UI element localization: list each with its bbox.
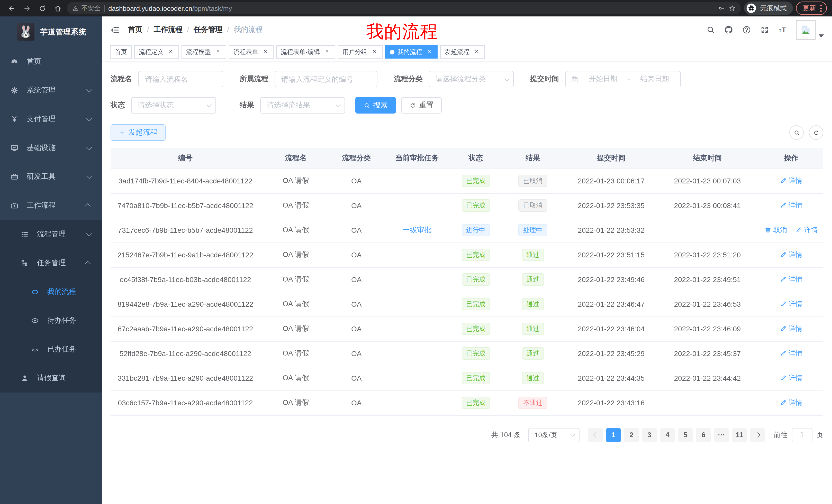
reset-button[interactable]: 重置 (401, 97, 442, 114)
robot-icon (31, 288, 39, 296)
sidebar: 🐰 芋道管理系统 首页 系统管理 支付管理 (0, 17, 102, 504)
tab-close-icon[interactable] (214, 48, 222, 55)
header-search-icon[interactable] (706, 25, 715, 34)
submit-time: 2022-01-22 23:49:46 (567, 267, 656, 292)
fullscreen-icon[interactable] (760, 25, 769, 34)
logo-row[interactable]: 🐰 芋道管理系统 (0, 17, 102, 47)
edit-icon (780, 276, 786, 283)
detail-action[interactable]: 详情 (780, 300, 802, 309)
sidebar-item[interactable]: 系统管理 (0, 76, 102, 105)
start-date-placeholder[interactable]: 开始日期 (582, 75, 623, 84)
sidebar-item[interactable]: 流程管理 (0, 220, 102, 249)
current-task-link[interactable]: 一级审批 (402, 226, 432, 234)
page-button[interactable]: 2 (624, 428, 639, 442)
sidebar-item[interactable]: 工作流程 (0, 191, 102, 220)
sidebar-item[interactable]: 基础设施 (0, 134, 102, 162)
status-label: 状态 (110, 101, 125, 110)
detail-action[interactable]: 详情 (795, 226, 818, 235)
route-tab[interactable]: 我的流程 (385, 45, 438, 59)
page-button[interactable]: 3 (642, 428, 657, 442)
page-button[interactable]: 4 (660, 428, 675, 442)
page-button[interactable]: 1 (606, 428, 621, 442)
bookmark-star-icon[interactable] (729, 5, 736, 12)
monitor-icon (10, 144, 19, 152)
search-button[interactable]: 搜索 (355, 97, 396, 114)
result-tag: 通过 (522, 249, 544, 261)
route-tab[interactable]: 首页 (110, 45, 132, 59)
goto-page-input[interactable] (791, 428, 812, 442)
page-button[interactable]: 5 (678, 428, 693, 442)
user-avatar-dropdown[interactable] (796, 20, 824, 39)
tab-close-icon[interactable] (426, 48, 433, 55)
security-status[interactable]: 不安全 (72, 4, 101, 12)
sidebar-item[interactable]: 待办任务 (0, 306, 102, 335)
page-button[interactable]: 6 (696, 428, 711, 442)
tab-close-icon[interactable] (323, 48, 331, 55)
detail-action[interactable]: 详情 (780, 373, 802, 383)
detail-action[interactable]: 详情 (780, 201, 802, 210)
show-search-toggle-button[interactable] (789, 125, 804, 140)
browser-forward-icon[interactable] (21, 2, 33, 15)
tab-close-icon[interactable] (473, 48, 480, 55)
tab-close-icon[interactable] (262, 48, 269, 55)
process-definition-input[interactable] (275, 71, 378, 87)
screenshot-root: 不安全 dashboard.yudao.iocoder.cn/bpm/task/… (0, 0, 832, 504)
url-text[interactable]: dashboard.yudao.iocoder.cn/bpm/task/my (108, 4, 714, 12)
status-select[interactable]: 请选择状态 (131, 97, 216, 114)
create-process-button[interactable]: 发起流程 (110, 124, 165, 141)
breadcrumb-item[interactable]: 工作流程 (154, 25, 194, 34)
route-tab[interactable]: 发起流程 (440, 45, 485, 59)
breadcrumb-item[interactable]: 首页 (128, 25, 154, 34)
tab-close-icon[interactable] (167, 48, 174, 55)
avatar[interactable] (796, 20, 815, 39)
font-size-icon[interactable] (778, 25, 787, 34)
sidebar-item[interactable]: 任务管理 (0, 249, 102, 277)
detail-action[interactable]: 详情 (780, 349, 802, 358)
detail-action[interactable]: 详情 (780, 275, 802, 284)
submit-time-range-picker[interactable]: 开始日期 - 结束日期 (565, 71, 681, 87)
sidebar-item[interactable]: 支付管理 (0, 105, 102, 134)
sidebar-item[interactable]: 我的流程 (0, 277, 102, 306)
page-button[interactable]: ··· (714, 428, 729, 442)
sidebar-item[interactable]: 请假查询 (0, 364, 102, 393)
detail-action[interactable]: 详情 (780, 250, 802, 259)
browser-back-icon[interactable] (5, 2, 18, 15)
end-date-placeholder[interactable]: 结束日期 (634, 75, 675, 84)
sidebar-item[interactable]: 首页 (0, 47, 102, 76)
refresh-table-button[interactable] (809, 125, 823, 140)
route-tab[interactable]: 流程定义 (134, 45, 179, 59)
route-tab[interactable]: 用户分组 (338, 45, 383, 59)
sidebar-collapse-icon[interactable] (110, 25, 120, 35)
next-page-button[interactable] (750, 428, 765, 442)
browser-reload-icon[interactable] (36, 2, 48, 15)
prev-page-button[interactable] (588, 428, 603, 442)
table-row: 67c2eaab-7b9a-11ec-a290-acde48001122 OA … (110, 316, 823, 341)
route-tab[interactable]: 流程表单-编辑 (276, 45, 335, 59)
sidebar-item[interactable]: 研发工具 (0, 162, 102, 191)
process-category: OA (331, 316, 381, 341)
detail-action[interactable]: 详情 (780, 176, 802, 186)
page-size-select[interactable]: 10条/页 (528, 428, 579, 442)
detail-action[interactable]: 详情 (780, 324, 802, 333)
cancel-action[interactable]: 取消 (764, 226, 787, 235)
github-icon[interactable] (724, 25, 733, 34)
address-bar[interactable]: 不安全 dashboard.yudao.iocoder.cn/bpm/task/… (67, 2, 741, 15)
result-select[interactable]: 请选择流结果 (260, 97, 345, 114)
password-key-icon[interactable] (718, 5, 725, 12)
browser-home-icon[interactable] (51, 2, 64, 15)
process-id: 2152467e-7b9b-11ec-9a1b-acde48001122 (110, 243, 260, 267)
sidebar-item[interactable]: 已办任务 (0, 335, 102, 364)
browser-menu-icon[interactable] (820, 5, 822, 12)
breadcrumb-item[interactable]: 任务管理 (194, 25, 234, 34)
detail-action[interactable]: 详情 (780, 398, 802, 408)
browser-update-button[interactable]: 更新 (796, 2, 827, 15)
tab-close-icon[interactable] (371, 48, 378, 55)
category-select[interactable]: 请选择流程分类 (429, 71, 514, 87)
process-name-input[interactable] (138, 71, 223, 87)
help-icon[interactable] (742, 25, 751, 34)
breadcrumb-item[interactable]: 我的流程 (234, 25, 262, 34)
route-tab[interactable]: 流程模型 (182, 45, 226, 59)
route-tab[interactable]: 流程表单 (229, 45, 274, 59)
edit-icon (780, 326, 786, 332)
page-button[interactable]: 11 (732, 428, 747, 442)
